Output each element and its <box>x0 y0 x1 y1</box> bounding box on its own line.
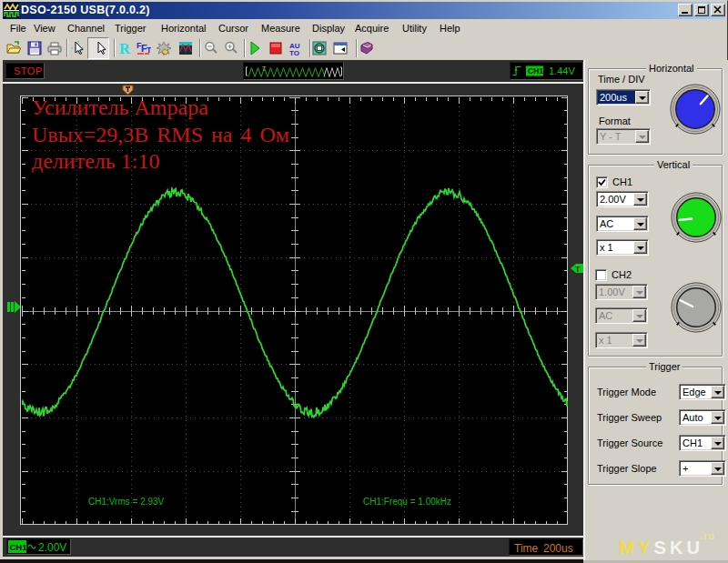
svg-text:TO: TO <box>289 49 299 56</box>
svg-text:T: T <box>575 265 581 274</box>
svg-text:R: R <box>119 41 130 55</box>
svg-text:1.44V: 1.44V <box>549 65 575 76</box>
svg-text:CH1: CH1 <box>10 542 28 552</box>
svg-text:CH1: CH1 <box>528 66 543 75</box>
svg-text:2.00V: 2.00V <box>38 541 66 554</box>
